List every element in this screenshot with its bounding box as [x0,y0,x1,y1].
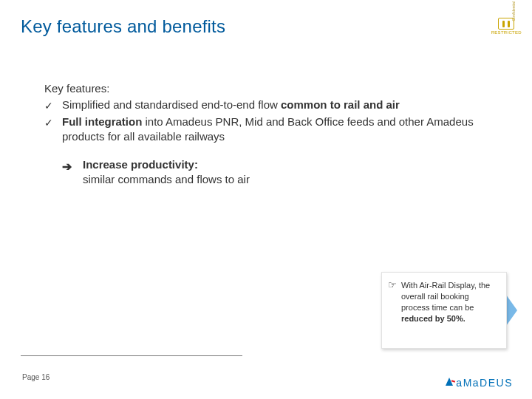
amadeus-mark-icon [444,378,454,388]
amadeus-logo: aMaDEUS [444,377,513,389]
feature-text: Full integration into Amadeus PNR, Mid a… [62,115,474,143]
amadeus-wordmark: aMaDEUS [456,377,513,389]
callout-text: With Air-Rail Display, the overall rail … [401,281,490,323]
restricted-icon [498,18,514,30]
feature-item: ✓ Full integration into Amadeus PNR, Mid… [44,115,488,145]
arrow-right-icon: ➔ [62,159,72,175]
pointing-hand-icon: ☞ [388,279,397,292]
footer-divider [21,355,242,356]
callout-body: ☞ With Air-Rail Display, the overall rai… [381,272,507,349]
benefit-item: ➔ Increase productivity:similar commands… [62,157,488,188]
page-number: Page 16 [22,373,50,381]
feature-list: ✓ Simplified and standardised end-to-end… [44,98,488,144]
callout: ☞ With Air-Rail Display, the overall rai… [381,272,507,349]
feature-item: ✓ Simplified and standardised end-to-end… [44,98,488,112]
content-block: Key features: ✓ Simplified and standardi… [44,81,488,188]
check-icon: ✓ [44,116,53,130]
features-heading: Key features: [44,81,488,96]
restricted-badge: RESTRICTED [491,18,522,35]
restricted-label: RESTRICTED [491,30,522,35]
slide: Key features and benefits Confidential R… [0,0,532,399]
benefit-list: ➔ Increase productivity:similar commands… [62,157,488,188]
benefit-text: Increase productivity:similar commands a… [83,158,250,185]
check-icon: ✓ [44,99,53,113]
feature-text: Simplified and standardised end-to-end f… [62,98,400,111]
page-title: Key features and benefits [21,16,225,37]
